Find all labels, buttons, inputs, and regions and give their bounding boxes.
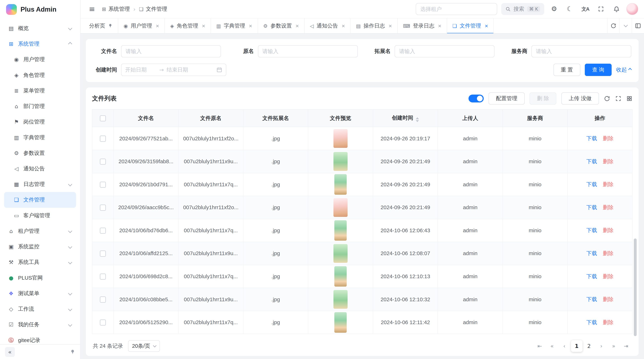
column-header-4[interactable]: 创建时间 — [373, 109, 438, 127]
delete-link[interactable]: 删除 — [603, 181, 614, 187]
tenant-select[interactable] — [416, 3, 497, 15]
download-link[interactable]: 下载 — [586, 250, 597, 256]
download-link[interactable]: 下载 — [586, 319, 597, 325]
vertical-scrollbar[interactable] — [634, 239, 637, 336]
tab-1[interactable]: ◉ 用户管理 × — [118, 18, 165, 33]
download-link[interactable]: 下载 — [586, 296, 597, 302]
delete-link[interactable]: 删除 — [603, 296, 614, 302]
delete-link[interactable]: 删除 — [603, 250, 614, 256]
sidebar-item-13[interactable]: ⌂ 租户管理 — [4, 223, 76, 239]
select-all-checkbox[interactable] — [100, 115, 106, 121]
sidebar-item-6[interactable]: ⚑ 岗位管理 — [4, 114, 76, 130]
sort-icon[interactable] — [416, 117, 419, 122]
sidebar-item-1[interactable]: ⊞ 系统管理 — [4, 36, 76, 52]
settings-button[interactable]: ⚙ — [548, 3, 560, 15]
refresh-table-button[interactable] — [604, 95, 610, 102]
download-link[interactable]: 下载 — [586, 204, 597, 210]
sidebar-item-19[interactable]: ☑ 我的任务 — [4, 317, 76, 332]
row-checkbox[interactable] — [100, 320, 106, 326]
layout-button[interactable] — [632, 18, 644, 33]
tab-close-icon[interactable]: × — [485, 23, 488, 29]
sidebar-item-3[interactable]: ◈ 角色管理 — [4, 67, 76, 83]
delete-link[interactable]: 删除 — [603, 204, 614, 210]
file-preview-image[interactable] — [334, 266, 347, 287]
stripe-toggle[interactable] — [468, 95, 484, 102]
tab-actions-button[interactable] — [619, 18, 632, 33]
sidebar-item-11[interactable]: ❏ 文件管理 — [4, 192, 76, 208]
delete-link[interactable]: 删除 — [603, 273, 614, 279]
row-checkbox[interactable] — [100, 205, 106, 211]
file-preview-image[interactable] — [334, 129, 348, 148]
tab-3[interactable]: ▥ 字典管理 × — [211, 18, 258, 33]
row-checkbox[interactable] — [100, 274, 106, 280]
breadcrumb-item-file[interactable]: ❏ 文件管理 — [139, 5, 167, 13]
next-page-button[interactable]: › — [596, 340, 607, 352]
reset-button[interactable]: 重 置 — [554, 64, 580, 76]
file-preview-image[interactable] — [334, 152, 348, 171]
sidebar-item-0[interactable]: ▤ 概览 — [4, 20, 76, 36]
end-date-input[interactable] — [167, 67, 198, 73]
tab-4[interactable]: ⚙ 参数设置 × — [258, 18, 305, 33]
last-page-button[interactable]: ⇥ — [620, 340, 632, 352]
sidebar-item-15[interactable]: ⚒ 系统工具 — [4, 254, 76, 270]
delete-link[interactable]: 删除 — [603, 319, 614, 325]
tab-5[interactable]: ◁ 通知公告 × — [305, 18, 351, 33]
file-preview-image[interactable] — [334, 290, 348, 309]
tab-close-icon[interactable]: × — [249, 23, 252, 29]
sidebar-item-8[interactable]: ⚙ 参数设置 — [4, 145, 76, 161]
filter-input-2[interactable] — [395, 45, 494, 57]
dark-mode-button[interactable]: ☾ — [564, 3, 575, 15]
sidebar-item-17[interactable]: ❖ 测试菜单 — [4, 286, 76, 301]
date-range-picker[interactable]: → — [121, 64, 226, 76]
fullscreen-button[interactable] — [595, 3, 606, 15]
language-button[interactable]: 文A — [580, 3, 591, 15]
search-button[interactable]: 查 询 — [585, 64, 612, 76]
page-size-select[interactable]: 20条/页 — [128, 340, 160, 352]
batch-delete-button[interactable]: 删 除 — [530, 92, 556, 105]
download-link[interactable]: 下载 — [586, 227, 597, 233]
start-date-input[interactable] — [125, 67, 156, 73]
download-link[interactable]: 下载 — [586, 135, 597, 141]
pin-icon[interactable] — [70, 349, 75, 355]
tab-close-icon[interactable]: × — [342, 23, 345, 29]
sidebar-item-12[interactable]: ▭ 客户端管理 — [4, 208, 76, 223]
tab-close-icon[interactable]: × — [156, 23, 159, 29]
tab-6[interactable]: ▤ 操作日志 × — [350, 18, 398, 33]
menu-toggle-button[interactable]: ≡ — [86, 3, 98, 15]
pin-icon[interactable] — [108, 23, 112, 28]
sidebar-item-14[interactable]: ▣ 系统监控 — [4, 239, 76, 254]
download-link[interactable]: 下载 — [586, 158, 597, 164]
sidebar-item-16[interactable]: ● PLUS官网 — [4, 270, 76, 286]
sidebar-item-7[interactable]: ▥ 字典管理 — [4, 130, 76, 145]
fast-backward-button[interactable]: « — [546, 340, 558, 352]
logo[interactable]: Plus Admin — [0, 0, 80, 19]
fast-forward-button[interactable]: » — [608, 340, 619, 352]
first-page-button[interactable]: ⇤ — [534, 340, 546, 352]
tab-close-icon[interactable]: × — [296, 23, 299, 29]
sidebar-item-9[interactable]: ◁ 通知公告 — [4, 161, 76, 176]
row-checkbox[interactable] — [100, 297, 106, 303]
filter-input-3[interactable] — [532, 45, 631, 57]
delete-link[interactable]: 删除 — [603, 135, 614, 141]
file-preview-image[interactable] — [334, 198, 348, 217]
sidebar-item-5[interactable]: ⌂ 部门管理 — [4, 98, 76, 114]
expand-table-button[interactable] — [615, 95, 621, 101]
download-link[interactable]: 下载 — [586, 181, 597, 187]
sidebar-item-2[interactable]: ◉ 用户管理 — [4, 52, 76, 67]
tab-close-icon[interactable]: × — [202, 23, 205, 29]
config-button[interactable]: 配置管理 — [488, 92, 524, 105]
tab-0[interactable]: 分析页 — [84, 18, 118, 33]
upload-button[interactable]: 上传 没做 — [561, 92, 599, 105]
tab-8[interactable]: ❏ 文件管理 × — [447, 18, 494, 33]
collapse-link[interactable]: 收起 — [616, 66, 631, 73]
global-search[interactable]: 搜索 ⌘ K — [501, 3, 544, 15]
filter-input-1[interactable] — [258, 45, 358, 57]
tab-close-icon[interactable]: × — [438, 23, 441, 29]
tab-2[interactable]: ◈ 角色管理 × — [165, 18, 211, 33]
row-checkbox[interactable] — [100, 228, 106, 234]
tenant-input[interactable] — [416, 3, 497, 15]
sidebar-item-18[interactable]: ◇ 工作流 — [4, 301, 76, 317]
notifications-button[interactable] — [611, 3, 622, 15]
file-preview-image[interactable] — [334, 174, 347, 195]
tab-7[interactable]: ⌨ 登录日志 × — [398, 18, 447, 33]
